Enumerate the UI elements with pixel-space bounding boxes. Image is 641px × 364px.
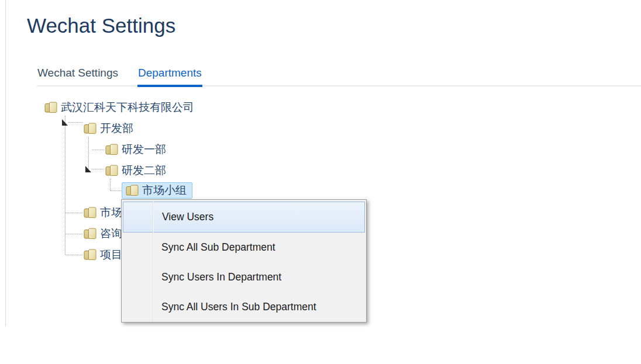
tree-connector-line (68, 122, 82, 123)
tree-node-label: 项目 (100, 248, 122, 262)
menu-gutter-separator (153, 200, 154, 322)
wechat-settings-page: Wechat Settings Wechat Settings Departme… (0, 0, 641, 364)
tree-connector-line (88, 137, 89, 169)
tab-bar: Wechat Settings Departments (37, 67, 202, 87)
folder-icon (126, 185, 139, 196)
tree-node-market-dept[interactable]: 市场 (84, 204, 122, 221)
folder-icon (44, 102, 57, 113)
menu-item-view-users[interactable]: View Users (123, 202, 365, 233)
folder-icon (105, 165, 118, 176)
tree-connector-line (92, 169, 104, 169)
tree-node-label: 研发二部 (122, 164, 166, 178)
menu-item-sync-all-users-in-sub-department[interactable]: Sync All Users In Sub Department (123, 292, 365, 321)
tree-node-label: 武汉汇科天下科技有限公司 (61, 100, 194, 115)
folder-icon (84, 228, 97, 240)
tree-node-label: 研发一部 (122, 143, 166, 157)
tree-node-consulting-dept[interactable]: 咨询 (84, 226, 122, 242)
tree-node-company[interactable]: 武汉汇科天下科技有限公司 (44, 99, 194, 116)
tree-connector-line (66, 213, 82, 213)
menu-item-sync-all-sub-department[interactable]: Sync All Sub Department (123, 233, 365, 262)
tree-node-rd2-dept[interactable]: 研发二部 (105, 162, 166, 179)
context-menu: View Users Sync All Sub Department Sync … (121, 199, 367, 323)
tree-node-dev-dept[interactable]: 开发部 (84, 120, 133, 137)
folder-icon (84, 207, 97, 219)
tree-node-project-dept[interactable]: 项目 (84, 247, 122, 263)
tree-connector-line (111, 190, 121, 191)
tab-wechat-settings[interactable]: Wechat Settings (37, 67, 119, 87)
tree-connector-line (92, 150, 104, 150)
tree-node-label: 市场小组 (142, 183, 187, 197)
tree-connector-line (110, 179, 111, 190)
tree-node-label: 开发部 (100, 122, 133, 136)
expander-icon[interactable] (84, 165, 92, 173)
expander-icon[interactable] (61, 118, 69, 126)
folder-icon (84, 123, 97, 134)
folder-icon (84, 249, 97, 261)
tree-node-label: 咨询 (100, 227, 122, 241)
tab-departments[interactable]: Departments (137, 67, 202, 87)
folder-icon (105, 144, 118, 155)
tree-node-market-group-selected[interactable]: 市场小组 (122, 182, 192, 199)
tree-node-label: 市场 (100, 206, 122, 220)
tree-connector-line (66, 255, 82, 255)
tree-connector-line (66, 234, 82, 234)
tree-node-rd1-dept[interactable]: 研发一部 (105, 141, 166, 158)
menu-item-sync-users-in-department[interactable]: Sync Users In Department (123, 262, 365, 292)
